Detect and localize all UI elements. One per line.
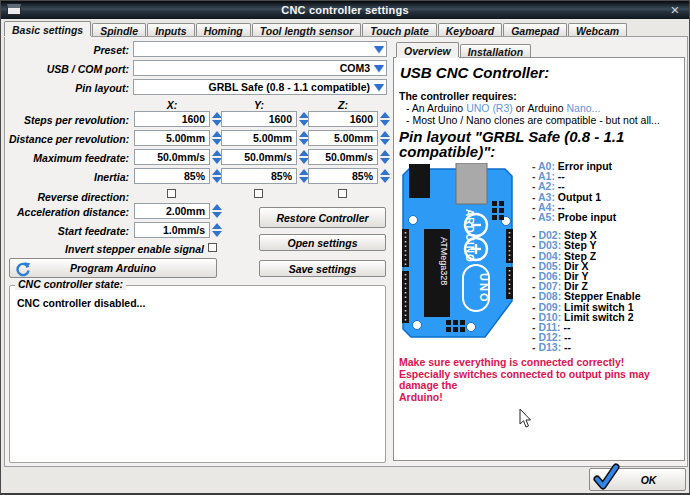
save-settings-label: Save settings [289,263,357,275]
inertia-field-y[interactable]: 85% [221,168,297,184]
axis-header-z: Z: [308,99,378,111]
restore-controller-button[interactable]: Restore Controller [259,207,386,228]
help-heading-pinlayout: Pin layout "GRBL Safe (0.8 - 1.1 compati… [399,129,661,159]
accel-distance-field[interactable]: 2.00mm [134,203,210,219]
com-port-combobox[interactable]: COM3 [133,60,387,76]
window-title: CNC controller settings [281,4,408,16]
pin-id: D13: [538,341,561,353]
invert-stepper-checkbox[interactable] [208,243,217,252]
distance-per-revolution-field-x[interactable]: 5.00mm [134,130,210,146]
maximum-feedrate-field-x[interactable]: 50.0mm/s [134,149,210,165]
value: 1600 [350,113,373,125]
start-feedrate-spin-buttons[interactable] [211,222,223,238]
requires-title: The controller requires: [399,90,517,102]
distance-per-revolution-field-y[interactable]: 5.00mm [221,130,297,146]
program-arduino-button[interactable]: Program Arduino [9,258,217,278]
value: 5.00mm [334,132,373,144]
value: 85% [271,170,292,182]
power-jack [456,163,487,204]
steps-per-revolution-field-x[interactable]: 1600 [134,111,210,127]
pin-list: - A0: Error input- A1: --- A2: --- A3: O… [532,161,641,353]
value: 1600 [269,113,292,125]
tab-gamepad[interactable]: Gamepad [503,23,567,36]
inertia-field-z[interactable]: 85% [308,168,378,184]
value: 5.00mm [253,132,292,144]
req1-mid: or Arduino [513,102,567,114]
inertia-spin-z[interactable] [379,168,391,184]
title-bar: CNC controller settings × [1,1,689,19]
value: 85% [184,170,205,182]
accel-spin-buttons[interactable] [211,203,223,219]
reverse-direction-checkbox-z[interactable] [338,189,347,198]
open-settings-button[interactable]: Open settings [259,234,386,251]
value: 50.0mm/s [244,151,292,163]
steps-per-revolution-field-z[interactable]: 1600 [308,111,378,127]
reverse-direction-checkbox-x[interactable] [167,189,176,198]
requires-line-1: - An Arduino UNO (R3) or Arduino Nano... [406,102,600,114]
help-tab-installation[interactable]: Installation [460,44,531,57]
refresh-arrows-icon [15,261,31,277]
help-heading-usb: USB CNC Controller: [400,64,549,81]
pin-layout-combobox[interactable]: GRBL Safe (0.8 - 1.1 compatible) [133,79,387,95]
preset-combobox[interactable] [133,41,387,57]
open-settings-label: Open settings [287,237,357,249]
row-label-inertia: Inertia: [9,171,129,183]
mouse-cursor [519,409,533,429]
controller-state-groupbox [9,285,386,463]
tab-homing[interactable]: Homing [196,23,251,36]
value: 50.0mm/s [325,151,373,163]
warning-line: Arduino! [399,392,681,404]
arduino-board-image: ATMega328 ARDUINO UNO [400,163,516,339]
tab-keyboard[interactable]: Keyboard [438,23,502,36]
value: 5.00mm [166,132,205,144]
help-tab-overview[interactable]: Overview [396,42,459,57]
window-icon [7,4,21,15]
axis-header-x: X: [134,99,210,111]
steps-per-revolution-field-y[interactable]: 1600 [221,111,297,127]
restore-controller-label: Restore Controller [276,212,368,224]
tab-tool-length-sensor[interactable]: Tool length sensor [252,23,362,36]
com-port-value: COM3 [340,62,370,74]
accel-distance-value: 2.00mm [166,205,205,217]
pin-row-a5: - A5: Probe input [532,212,641,222]
start-feedrate-label: Start feedrate: [9,225,129,237]
nano-link[interactable]: Nano... [567,102,601,114]
chevron-down-icon [374,65,384,72]
close-icon[interactable]: × [665,1,685,19]
uno-r3-link[interactable]: UNO (R3) [466,102,513,114]
tab-webcam[interactable]: Webcam [568,23,627,36]
ok-label: OK [641,474,657,486]
warning-text: Make sure everything is connected correc… [399,357,681,403]
pin-layout-value: GRBL Safe (0.8 - 1.1 compatible) [209,81,370,93]
tab-basic-settings[interactable]: Basic settings [4,21,91,36]
value: 1600 [182,113,205,125]
save-settings-button[interactable]: Save settings [259,260,386,277]
pin-id: A5: [538,211,555,223]
reverse-direction-checkbox-y[interactable] [254,189,263,198]
value: 85% [352,170,373,182]
com-port-label: USB / COM port: [9,63,129,75]
start-feedrate-value: 1.0mm/s [163,224,205,236]
usb-connector [409,164,430,198]
svg-text:UNO: UNO [478,273,490,303]
requires-line-2: - Most Uno / Nano clones are compatible … [406,114,660,126]
inertia-field-x[interactable]: 85% [134,168,210,184]
help-tab-bar: OverviewInstallation [396,41,532,57]
pin-desc: Probe input [555,211,616,223]
distance-per-revolution-spin-z[interactable] [379,130,391,146]
warning-line: Make sure everything is connected correc… [399,357,681,369]
pin-layout-label: Pin layout: [9,82,129,94]
tab-spindle[interactable]: Spindle [92,23,146,36]
chevron-down-icon [374,46,384,53]
help-panel: USB CNC Controller: The controller requi… [393,57,685,461]
pin-desc: Limit switch 2 [561,311,633,323]
tab-inputs[interactable]: Inputs [147,23,195,36]
maximum-feedrate-spin-z[interactable] [379,149,391,165]
maximum-feedrate-field-y[interactable]: 50.0mm/s [221,149,297,165]
controller-state-title: CNC controller state: [15,278,126,290]
distance-per-revolution-field-z[interactable]: 5.00mm [308,130,378,146]
tab-touch-plate[interactable]: Touch plate [362,23,437,36]
start-feedrate-field[interactable]: 1.0mm/s [134,222,210,238]
steps-per-revolution-spin-z[interactable] [379,111,391,127]
maximum-feedrate-field-z[interactable]: 50.0mm/s [308,149,378,165]
